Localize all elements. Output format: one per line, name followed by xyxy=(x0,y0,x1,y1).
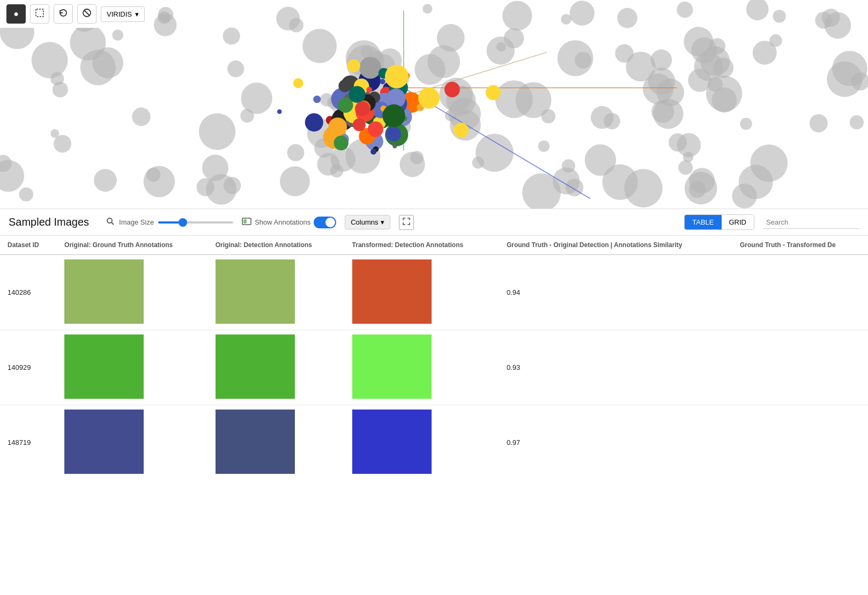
col-header-det-annotations: Original: Detection Annotations xyxy=(208,236,345,255)
sampled-toolbar: Sampled Images Image Size Show Annotatio xyxy=(0,209,868,236)
cursor-tool-button[interactable]: ● xyxy=(6,4,26,24)
col-header-dataset-id: Dataset ID xyxy=(0,236,57,255)
svg-line-2 xyxy=(84,10,90,16)
similarity2-cell xyxy=(732,255,868,330)
dataset-id-cell: 140929 xyxy=(0,330,57,405)
similarity1-cell: 0.93 xyxy=(499,330,732,405)
table-row: 140929 0.93 xyxy=(0,330,868,405)
similarity2-cell xyxy=(732,330,868,405)
gt-annotation-cell xyxy=(57,405,208,480)
dataset-id-cell: 140286 xyxy=(0,255,57,330)
sampled-images-title: Sampled Images xyxy=(9,216,89,228)
refresh-button[interactable] xyxy=(54,4,73,24)
svg-rect-5 xyxy=(242,218,251,225)
annotations-toggle[interactable] xyxy=(314,217,336,228)
dataset-id-cell: 148719 xyxy=(0,405,57,480)
image-size-slider[interactable] xyxy=(158,221,233,224)
similarity1-cell: 0.94 xyxy=(499,255,732,330)
annotations-icon xyxy=(242,218,251,227)
table-row: 148719 0.97 xyxy=(0,405,868,480)
image-size-label: Image Size xyxy=(119,218,154,226)
svg-line-4 xyxy=(112,222,114,225)
gt-thumb xyxy=(64,410,144,474)
det-thumb xyxy=(216,410,295,474)
gt-thumb xyxy=(64,259,144,324)
svg-rect-0 xyxy=(36,9,43,17)
grid-view-button[interactable]: GRID xyxy=(722,215,754,229)
select-icon xyxy=(35,8,44,20)
table-view-button[interactable]: TABLE xyxy=(685,215,721,229)
select-tool-button[interactable] xyxy=(30,4,49,24)
cursor-icon: ● xyxy=(13,9,19,19)
similarity2-cell xyxy=(732,405,868,480)
data-table: Dataset ID Original: Ground Truth Annota… xyxy=(0,236,868,480)
trans-annotation-cell xyxy=(345,405,499,480)
toggle-knob xyxy=(325,218,335,227)
trans-annotation-cell xyxy=(345,330,499,405)
toolbar: ● V xyxy=(0,0,151,28)
viridis-label: VIRIDIS xyxy=(107,10,132,18)
gt-annotation-cell xyxy=(57,255,208,330)
chevron-down-icon: ▾ xyxy=(135,10,139,18)
search-icon xyxy=(106,217,115,227)
table-header-row: Dataset ID Original: Ground Truth Annota… xyxy=(0,236,868,255)
image-size-control: Image Size xyxy=(106,217,233,227)
gt-annotation-cell xyxy=(57,330,208,405)
col-header-similarity2: Ground Truth - Transformed De xyxy=(732,236,868,255)
trans-thumb xyxy=(352,334,432,399)
svg-point-3 xyxy=(107,218,112,223)
scatter-plot-area: ● V xyxy=(0,0,868,209)
search-input[interactable] xyxy=(763,216,859,229)
det-annotation-cell xyxy=(208,405,345,480)
trans-annotation-cell xyxy=(345,255,499,330)
det-annotation-cell xyxy=(208,330,345,405)
col-header-trans-annotations: Transformed: Detection Annotations xyxy=(345,236,499,255)
no-select-button[interactable] xyxy=(77,4,97,24)
fullscreen-icon xyxy=(403,218,410,227)
viridis-dropdown-button[interactable]: VIRIDIS ▾ xyxy=(101,6,145,22)
columns-label: Columns xyxy=(351,218,378,226)
trans-thumb xyxy=(352,410,432,474)
bottom-panel: Sampled Images Image Size Show Annotatio xyxy=(0,209,868,480)
refresh-icon xyxy=(58,8,68,20)
scatter-canvas xyxy=(0,0,868,209)
table-row: 140286 0.94 xyxy=(0,255,868,330)
det-thumb xyxy=(216,334,295,399)
no-select-icon xyxy=(82,8,92,20)
columns-button[interactable]: Columns ▾ xyxy=(345,215,390,229)
show-annotations-control: Show Annotations xyxy=(242,217,336,228)
similarity1-cell: 0.97 xyxy=(499,405,732,480)
slider-thumb xyxy=(179,218,187,227)
col-header-similarity1: Ground Truth - Original Detection | Anno… xyxy=(499,236,732,255)
det-annotation-cell xyxy=(208,255,345,330)
col-header-gt-annotations: Original: Ground Truth Annotations xyxy=(57,236,208,255)
chevron-down-icon: ▾ xyxy=(381,218,384,226)
fullscreen-button[interactable] xyxy=(399,215,414,230)
gt-thumb xyxy=(64,334,144,399)
det-thumb xyxy=(216,259,295,324)
show-annotations-label: Show Annotations xyxy=(255,218,310,226)
view-toggle: TABLE GRID xyxy=(684,214,754,230)
trans-thumb xyxy=(352,259,432,324)
svg-rect-6 xyxy=(244,220,246,223)
